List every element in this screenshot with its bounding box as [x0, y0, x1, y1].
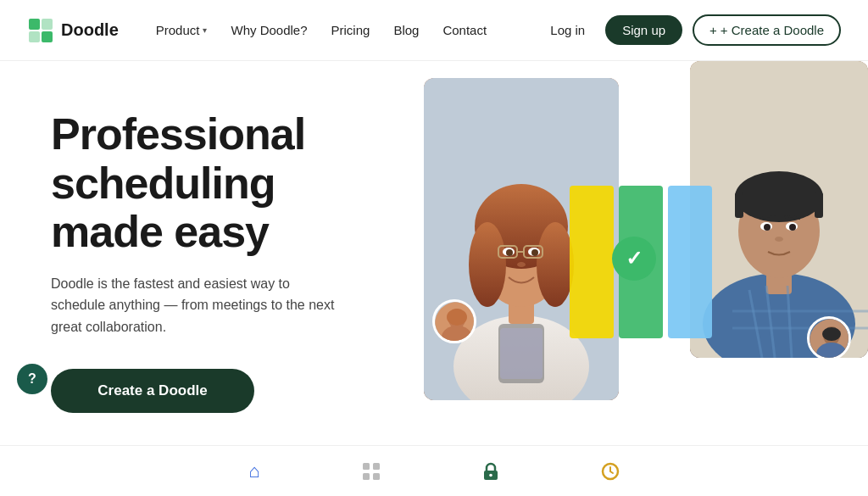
home-icon[interactable]: ⌂	[248, 460, 259, 482]
svg-point-19	[517, 262, 526, 267]
blue-bar	[668, 186, 712, 338]
yellow-bar	[570, 186, 614, 338]
svg-rect-1	[42, 19, 53, 30]
man-image	[690, 61, 868, 358]
svg-rect-30	[815, 192, 823, 218]
plus-icon: +	[709, 23, 717, 37]
svg-point-48	[822, 327, 841, 341]
logo-text: Doodle	[61, 20, 119, 40]
navbar: Doodle Product ▾ Why Doodle? Pricing Blo…	[0, 0, 868, 61]
lock-icon[interactable]	[482, 462, 499, 481]
hero-left: Professional scheduling made easy Doodle…	[0, 61, 407, 445]
svg-rect-52	[373, 473, 380, 480]
logo[interactable]: Doodle	[27, 17, 119, 44]
logo-icon	[27, 17, 54, 44]
avatar-right	[807, 316, 851, 360]
svg-rect-2	[29, 31, 40, 42]
nav-contact[interactable]: Contact	[432, 16, 497, 44]
man-photo-card	[690, 61, 868, 358]
nav-right: Log in Sign up + + Create a Doodle	[540, 14, 841, 46]
hero-subtitle: Doodle is the fastest and easiest way to…	[51, 273, 339, 338]
nav-why-doodle[interactable]: Why Doodle?	[220, 16, 317, 44]
svg-rect-3	[42, 31, 53, 42]
nav-blog[interactable]: Blog	[383, 16, 429, 44]
nav-pricing[interactable]: Pricing	[321, 16, 381, 44]
svg-rect-50	[373, 463, 380, 470]
svg-rect-29	[735, 192, 743, 218]
hero-right: ✓	[407, 61, 868, 445]
svg-point-15	[531, 249, 538, 256]
main-content: Professional scheduling made easy Doodle…	[0, 61, 868, 445]
product-chevron-icon: ▾	[203, 25, 207, 35]
check-circle: ✓	[612, 237, 656, 281]
svg-point-28	[735, 171, 823, 222]
bottom-bar: ⌂	[0, 445, 868, 496]
man-svg	[690, 61, 868, 358]
svg-point-10	[469, 222, 506, 307]
create-doodle-nav-button[interactable]: + + Create a Doodle	[693, 14, 841, 46]
svg-point-11	[537, 222, 574, 307]
svg-point-35	[775, 237, 783, 242]
svg-rect-51	[363, 473, 370, 480]
help-button[interactable]: ?	[17, 364, 47, 394]
svg-rect-0	[29, 19, 40, 30]
avatar-left	[432, 299, 476, 343]
svg-point-54	[489, 473, 492, 476]
svg-rect-49	[363, 463, 370, 470]
svg-point-14	[506, 249, 513, 256]
svg-rect-21	[500, 328, 542, 379]
nav-links: Product ▾ Why Doodle? Pricing Blog Conta…	[146, 16, 541, 44]
hero-title: Professional scheduling made easy	[51, 110, 366, 256]
create-doodle-hero-button[interactable]: Create a Doodle	[51, 369, 254, 413]
clock-icon[interactable]	[601, 462, 620, 481]
nav-product[interactable]: Product ▾	[146, 16, 218, 44]
svg-point-44	[447, 309, 467, 326]
login-button[interactable]: Log in	[540, 16, 595, 44]
signup-button[interactable]: Sign up	[605, 15, 682, 45]
svg-point-33	[764, 224, 771, 231]
grid-icon[interactable]	[362, 462, 381, 481]
svg-point-34	[789, 224, 796, 231]
